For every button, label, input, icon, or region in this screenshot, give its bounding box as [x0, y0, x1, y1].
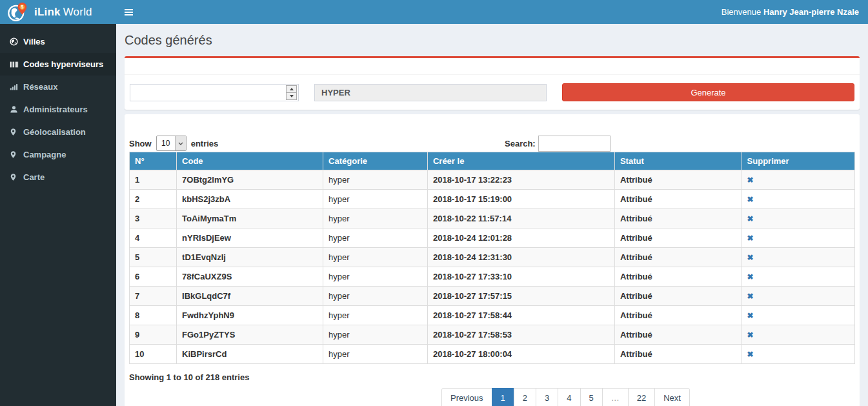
column-header[interactable]: Statut: [614, 152, 742, 170]
search-input[interactable]: [538, 136, 611, 152]
row-code: tD1EvqNzIj: [177, 248, 323, 267]
pagination-button[interactable]: 5: [581, 388, 603, 406]
top-navbar: Bienvenue Hanry Jean-pierre Nzale: [116, 0, 868, 24]
row-number: 4: [130, 228, 177, 248]
brand-name: iLinkWorld: [34, 6, 92, 19]
sidebar-item-administrateurs[interactable]: Administrateurs: [0, 98, 116, 121]
row-delete-cell: ✖: [742, 228, 854, 248]
row-category: hyper: [323, 325, 428, 345]
sidebar-item-geolocalisation[interactable]: Géolocalisation: [0, 121, 116, 143]
row-status: Attribué: [614, 248, 742, 267]
category-field: [314, 84, 547, 101]
row-category: hyper: [323, 345, 428, 364]
sidebar-item-villes[interactable]: Villes: [0, 30, 116, 53]
row-number: 8: [130, 306, 177, 325]
column-header[interactable]: N°: [130, 152, 177, 170]
delete-icon[interactable]: ✖: [747, 272, 754, 281]
user-icon: [10, 105, 23, 114]
row-status: Attribué: [614, 209, 742, 228]
row-category: hyper: [323, 306, 428, 325]
table-row: 10 KiBPirsrCd hyper 2018-10-27 18:00:04 …: [130, 345, 855, 364]
row-created: 2018-10-24 12:31:30: [427, 248, 614, 267]
delete-icon[interactable]: ✖: [747, 195, 754, 204]
sidebar-item-label: Campagne: [23, 150, 66, 159]
row-delete-cell: ✖: [742, 209, 854, 228]
pagination-button[interactable]: Previous: [441, 388, 492, 406]
row-code: KiBPirsrCd: [177, 345, 323, 364]
row-delete-cell: ✖: [742, 190, 854, 209]
row-status: Attribué: [614, 345, 742, 364]
spin-up-button[interactable]: [287, 86, 296, 92]
column-header[interactable]: Créer le: [427, 152, 614, 170]
sidebar-item-carte[interactable]: Carte: [0, 166, 116, 188]
delete-icon[interactable]: ✖: [747, 234, 754, 243]
table-row: 2 kbHS2j3zbA hyper 2018-10-17 15:19:00 A…: [130, 190, 855, 209]
sidebar-item-codes-hyperviseurs[interactable]: Codes hyperviseurs: [0, 53, 116, 76]
row-category: hyper: [323, 228, 428, 248]
signal-bars-icon: [10, 83, 23, 91]
row-delete-cell: ✖: [742, 248, 854, 267]
pagination: Previous12345…22Next: [441, 388, 690, 406]
delete-icon[interactable]: ✖: [747, 330, 754, 340]
sidebar-item-reseaux[interactable]: Réseaux: [0, 76, 116, 98]
sidebar-item-label: Codes hyperviseurs: [23, 59, 103, 69]
row-created: 2018-10-17 15:19:00: [427, 190, 614, 209]
pagination-button[interactable]: 2: [514, 388, 536, 406]
row-code: FGo1PyZTYS: [177, 325, 323, 345]
show-label: Show: [129, 139, 152, 148]
column-header[interactable]: Catégorie: [323, 152, 428, 170]
row-status: Attribué: [614, 287, 742, 306]
row-delete-cell: ✖: [742, 170, 854, 190]
spin-down-button[interactable]: [287, 92, 296, 99]
number-spinner: [286, 85, 297, 100]
quantity-stepper[interactable]: [130, 84, 299, 101]
row-delete-cell: ✖: [742, 306, 854, 325]
sidebar-item-label: Réseaux: [23, 82, 57, 92]
map-marker-icon: [10, 150, 23, 159]
delete-icon[interactable]: ✖: [747, 176, 754, 185]
sidebar-item-label: Administrateurs: [23, 105, 88, 114]
table-row: 7 IBkGLqdC7f hyper 2018-10-27 17:57:15 A…: [130, 287, 855, 306]
sidebar-item-label: Géolocalisation: [23, 127, 86, 137]
delete-icon[interactable]: ✖: [747, 253, 754, 262]
delete-icon[interactable]: ✖: [747, 311, 754, 320]
row-created: 2018-10-27 17:57:15: [427, 287, 614, 306]
sidebar-toggle-button[interactable]: [125, 8, 133, 17]
pagination-button[interactable]: 4: [558, 388, 580, 406]
table-row: 8 FwdhzYphN9 hyper 2018-10-27 17:58:44 A…: [130, 306, 855, 325]
delete-icon[interactable]: ✖: [747, 350, 754, 359]
pagination-button[interactable]: 1: [492, 388, 514, 406]
table-row: 5 tD1EvqNzIj hyper 2018-10-24 12:31:30 A…: [130, 248, 855, 267]
row-delete-cell: ✖: [742, 345, 854, 364]
barcode-icon: [10, 60, 23, 69]
row-category: hyper: [323, 267, 428, 287]
row-code: ToAiMymaTm: [177, 209, 323, 228]
column-header[interactable]: Supprimer: [742, 152, 854, 170]
app-logo-block[interactable]: $ iLinkWorld: [0, 0, 116, 24]
row-code: IBkGLqdC7f: [177, 287, 323, 306]
row-category: hyper: [323, 248, 428, 267]
row-code: kbHS2j3zbA: [177, 190, 323, 209]
delete-icon[interactable]: ✖: [747, 214, 754, 223]
column-header[interactable]: Code: [177, 152, 323, 170]
generator-box-header: [125, 58, 860, 75]
sidebar-item-campagne[interactable]: Campagne: [0, 143, 116, 166]
pagination-button[interactable]: 3: [536, 388, 558, 406]
row-created: 2018-10-27 17:58:44: [427, 306, 614, 325]
row-number: 2: [130, 190, 177, 209]
sidebar: Villes Codes hyperviseurs Réseaux Admini…: [0, 24, 116, 406]
page-length-select[interactable]: 10: [156, 136, 187, 151]
pagination-button[interactable]: Next: [655, 388, 690, 406]
table-info-text: Showing 1 to 10 of 218 entries: [129, 372, 855, 382]
generate-button[interactable]: Generate: [562, 83, 854, 101]
page-length-control: Show 10 entries: [129, 136, 855, 151]
row-delete-cell: ✖: [742, 287, 854, 306]
pagination-button[interactable]: …: [603, 388, 629, 406]
map-marker-icon: [10, 173, 23, 181]
delete-icon[interactable]: ✖: [747, 292, 754, 301]
row-code: FwdhzYphN9: [177, 306, 323, 325]
row-created: 2018-10-24 12:01:28: [427, 228, 614, 248]
sidebar-item-label: Villes: [23, 37, 45, 46]
pagination-button[interactable]: 22: [629, 388, 655, 406]
row-number: 1: [130, 170, 177, 190]
